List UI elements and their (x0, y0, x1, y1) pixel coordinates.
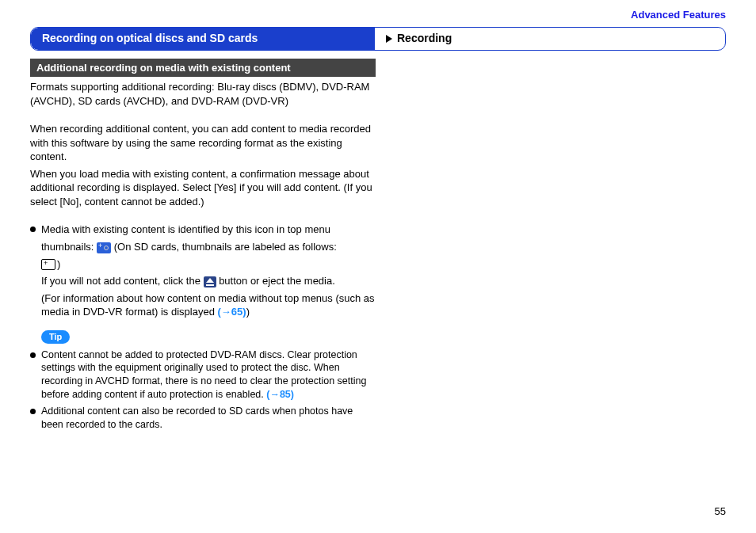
header-section-link[interactable]: Advanced Features (30, 8, 726, 22)
tip1-text: Content cannot be added to protected DVD… (41, 349, 366, 401)
content-column: Additional recording on media with exist… (30, 59, 376, 432)
text-before-eject: If you will not add content, click the (41, 275, 204, 287)
list-item: Media with existing content is identifie… (30, 223, 376, 237)
sub-line-3: If you will not add content, click the b… (41, 274, 376, 288)
list-item: Content cannot be added to protected DVD… (30, 348, 376, 402)
xref-65[interactable]: (→65) (218, 306, 246, 318)
sub-line-2: ) (41, 257, 376, 272)
formats-text: Formats supporting additional recording:… (30, 80, 376, 108)
sd-card-thumbnail-icon (41, 259, 55, 270)
bullet-text-a: Media with existing content is identifie… (41, 223, 330, 235)
tip-list: Content cannot be added to protected DVD… (30, 348, 376, 432)
tip-badge: Tip (41, 330, 70, 344)
tip2-text: Additional content can also be recorded … (41, 405, 353, 430)
bullet-list: Media with existing content is identifie… (30, 223, 376, 237)
eject-icon (204, 276, 216, 287)
triangle-icon (386, 35, 392, 43)
existing-content-thumbnail-icon (97, 242, 111, 253)
section-subhead: Additional recording on media with exist… (30, 59, 376, 78)
para-2: When you load media with existing conten… (30, 167, 376, 209)
title-bar: Recording on optical discs and SD cards … (30, 27, 726, 51)
sub-line-4: (For information about how content on me… (41, 291, 376, 319)
sub-line-1: thumbnails: (On SD cards, thumbnails are… (41, 240, 376, 254)
page-number: 55 (715, 504, 726, 519)
text-after-thumb: (On SD cards, thumbnails are labeled as … (114, 241, 337, 253)
text-before-thumb: thumbnails: (41, 241, 97, 253)
list-item: Additional content can also be recorded … (30, 405, 376, 432)
text-after-eject: button or eject the media. (219, 275, 335, 287)
close-paren: ) (57, 258, 60, 270)
breadcrumb-recording: Recording (375, 31, 452, 46)
xref-85[interactable]: (→85) (266, 389, 294, 400)
page-title: Recording on optical discs and SD cards (31, 28, 375, 50)
text-after-xref65: ) (246, 306, 250, 318)
para-1: When recording additional content, you c… (30, 122, 376, 164)
breadcrumb-label: Recording (397, 31, 452, 46)
text-before-xref65: (For information about how content on me… (41, 292, 375, 318)
